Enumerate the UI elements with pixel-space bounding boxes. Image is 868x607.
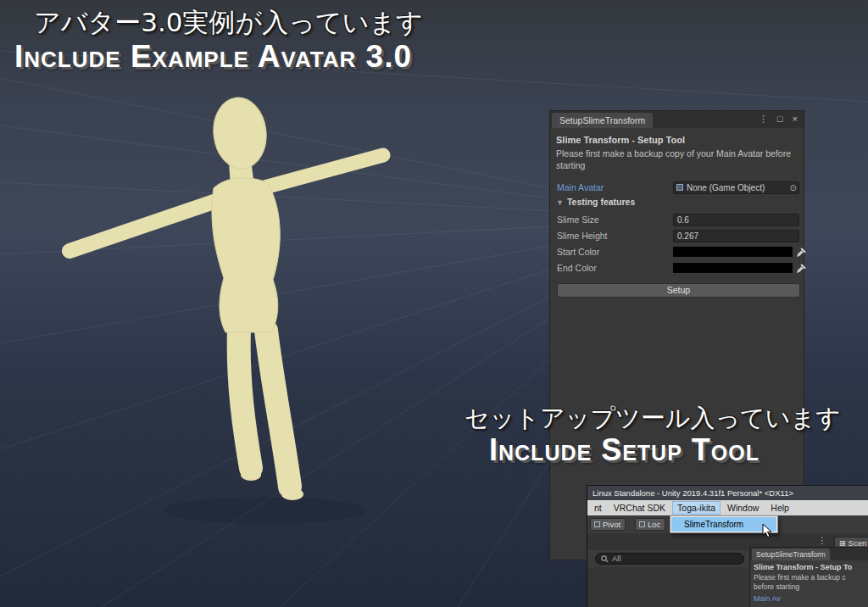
menu-item-toga-ikita[interactable]: Toga-ikita — [672, 501, 721, 515]
testing-features-foldout[interactable]: ▼Testing features — [556, 197, 798, 207]
mouse-cursor-icon — [762, 523, 773, 538]
mini-inspector-tabbar: SetupSlimeTransform — [750, 548, 868, 560]
start-color-swatch[interactable] — [673, 247, 793, 257]
headline-en-bottom: Include Setup Tool — [489, 432, 760, 468]
main-avatar-label-partial: Main Av — [754, 594, 865, 603]
inspector-body: Slime Transform - Setup Tool Please firs… — [550, 128, 804, 302]
pivot-button[interactable]: Pivot — [590, 518, 626, 531]
end-color-label: End Color — [557, 263, 597, 273]
window-controls: ⋮ □ × — [759, 114, 798, 125]
mini-inspector-fragment: SetupSlimeTransform Slime Transform - Se… — [749, 547, 868, 607]
pivot-icon — [594, 521, 600, 527]
menu-item-window[interactable]: Window — [722, 501, 764, 515]
menu-item-slime-transform[interactable]: SlimeTransform — [671, 517, 776, 532]
help-text-line2: before starting — [754, 582, 865, 592]
foldout-arrow-icon: ▼ — [556, 198, 564, 207]
slime-size-value: 0.6 — [677, 215, 689, 225]
kebab-menu-icon[interactable]: ⋮ — [818, 536, 826, 545]
headline-en-top: Include Example Avatar 3.0 — [14, 39, 412, 75]
slime-height-label: Slime Height — [557, 231, 608, 241]
menu-item-help[interactable]: Help — [765, 501, 794, 515]
slime-size-label: Slime Size — [557, 214, 599, 225]
tab-setup-slime-transform[interactable]: SetupSlimeTransform — [552, 113, 653, 128]
avatar-model — [70, 95, 383, 524]
main-avatar-object-field[interactable]: None (Game Object) ⊙ — [673, 181, 799, 194]
kebab-menu-icon[interactable]: ⋮ — [759, 114, 768, 125]
object-picker-icon[interactable]: ⊙ — [790, 182, 797, 193]
unity-menu-bar: nt VRChat SDK Toga-ikita Window Help — [587, 500, 868, 515]
help-text-line1: Please first make a backup c — [754, 573, 865, 582]
screenshot-root: アバター3.0実例が入っています Include Example Avatar … — [0, 0, 868, 607]
unity-title-bar: Linux Standalone - Unity 2019.4.31f1 Per… — [587, 486, 868, 500]
end-color-row: End Color — [556, 260, 798, 276]
setup-button[interactable]: Setup — [557, 283, 800, 298]
local-label: Loc — [648, 519, 660, 530]
start-color-label: Start Color — [557, 247, 599, 257]
slime-height-row: Slime Height 0.267 — [556, 228, 798, 244]
pivot-label: Pivot — [603, 519, 620, 530]
main-avatar-row: Main Avatar None (Game Object) ⊙ — [556, 180, 798, 196]
window-tabbar: SetupSlimeTransform ⋮ □ × — [550, 111, 804, 128]
menu-item-component[interactable]: nt — [589, 501, 607, 515]
start-color-row: Start Color — [556, 244, 798, 260]
eyedropper-icon[interactable] — [796, 246, 806, 256]
menu-item-vrchat-sdk[interactable]: VRChat SDK — [609, 501, 670, 515]
slime-height-input[interactable]: 0.267 — [673, 230, 799, 242]
mini-unity-window: Linux Standalone - Unity 2019.4.31f1 Per… — [587, 485, 868, 607]
headline-jp-bottom: セットアップツール入っています — [465, 402, 841, 436]
slime-size-row: Slime Size 0.6 — [556, 212, 798, 228]
object-field-value: None (Game Object) — [687, 182, 787, 193]
search-icon — [601, 555, 609, 563]
slime-height-value: 0.267 — [677, 231, 698, 241]
tool-title: Slime Transform - Setup Tool — [556, 135, 798, 145]
slime-size-input[interactable]: 0.6 — [673, 214, 799, 226]
search-value: All — [612, 554, 621, 564]
mini-inspector-body: Slime Transform - Setup To Please first … — [750, 560, 868, 605]
headline-jp-top: アバター3.0実例が入っています — [34, 5, 423, 41]
eyedropper-icon[interactable] — [796, 262, 806, 272]
main-avatar-label: Main Avatar — [557, 182, 604, 192]
tab-setup-slime-transform[interactable]: SetupSlimeTransform — [752, 549, 830, 560]
tool-title: Slime Transform - Setup To — [754, 563, 865, 571]
local-button[interactable]: Loc — [635, 518, 665, 531]
maximize-icon[interactable]: □ — [777, 114, 783, 125]
end-color-swatch[interactable] — [673, 263, 793, 273]
help-text: Please first make a backup copy of your … — [556, 148, 798, 172]
close-icon[interactable]: × — [793, 114, 798, 125]
search-input[interactable]: All — [595, 553, 744, 565]
foldout-label: Testing features — [567, 197, 635, 207]
local-icon — [639, 521, 645, 527]
gameobject-icon — [676, 184, 683, 191]
